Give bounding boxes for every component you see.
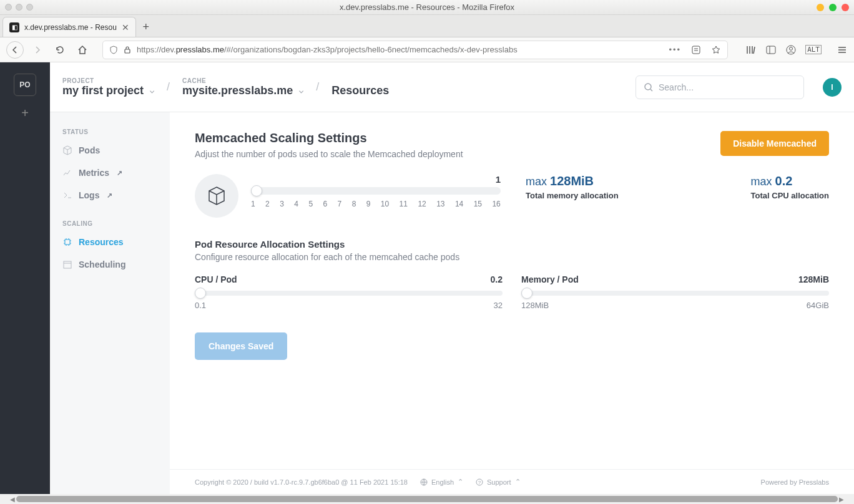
alloc-value: 0.2 <box>775 174 793 188</box>
tab-close-icon[interactable]: ✕ <box>122 22 129 32</box>
terminal-icon <box>62 190 72 200</box>
url-text: https://dev.presslabs.me/#/organizations… <box>137 45 518 54</box>
new-tab-button[interactable]: + <box>136 17 156 37</box>
sidebar-item-logs[interactable]: Logs ↗ <box>50 184 170 206</box>
horizontal-scrollbar[interactable]: ◀ ▶ <box>0 494 854 504</box>
slider-tick: 10 <box>381 200 389 208</box>
slider-thumb[interactable] <box>521 288 533 299</box>
globe-icon <box>420 478 428 486</box>
cpu-per-pod-slider[interactable] <box>195 291 503 296</box>
reader-icon[interactable] <box>691 45 701 55</box>
sidebar-item-metrics[interactable]: Metrics ↗ <box>50 162 170 184</box>
slider-tick: 8 <box>352 200 356 208</box>
breadcrumb-project-text: my first project <box>62 84 144 97</box>
bookmark-star-icon[interactable] <box>711 45 721 55</box>
sidebar-item-label: Scheduling <box>79 259 125 269</box>
slider-thumb[interactable] <box>251 185 262 196</box>
svg-rect-0 <box>125 49 130 53</box>
chevron-down-icon: ⌵ <box>150 86 154 95</box>
sidebar-item-resources[interactable]: Resources <box>50 231 170 253</box>
sidebar-toggle-icon[interactable] <box>765 44 777 56</box>
url-more-icon[interactable]: ••• <box>669 45 681 54</box>
breadcrumb-cache-label: CACHE <box>182 77 303 84</box>
sidebar-item-pods[interactable]: Pods <box>50 139 170 162</box>
total-memory-allocation: max 128MiB Total memory allocation <box>526 174 619 200</box>
subsection-subtitle: Configure resource allocation for each o… <box>195 252 829 262</box>
tab-favicon-icon: ◧ <box>9 22 19 32</box>
footer-language-label: English <box>431 478 454 486</box>
disable-memcached-button[interactable]: Disable Memcached <box>720 131 829 156</box>
pod-count-slider[interactable] <box>251 187 501 195</box>
pod-count-value: 1 <box>251 174 501 185</box>
chevron-up-icon: ⌃ <box>515 478 521 486</box>
url-input[interactable]: https://dev.presslabs.me/#/organizations… <box>102 41 728 59</box>
page-header: PROJECT my first project ⌵ / CACHE mysit… <box>50 62 854 112</box>
window-dot <box>16 4 22 11</box>
browser-tab[interactable]: ◧ x.dev.presslabs.me - Resou ✕ <box>2 17 136 37</box>
slider-tick: 6 <box>323 200 327 208</box>
calendar-icon <box>62 259 72 269</box>
memory-per-pod-slider-block: Memory / Pod 128MiB 128MiB 64GiB <box>521 274 829 310</box>
breadcrumb-page: Resources <box>331 84 389 97</box>
footer-support[interactable]: ? Support ⌃ <box>476 478 521 486</box>
scrollbar-track[interactable] <box>16 496 838 502</box>
help-icon: ? <box>476 478 483 486</box>
sidebar-section-status: STATUS <box>50 125 170 139</box>
svg-point-11 <box>645 84 651 90</box>
nav-reload-button[interactable] <box>51 41 69 59</box>
slider-max: 32 <box>494 301 503 310</box>
window-maximize-icon[interactable] <box>829 4 837 11</box>
search-icon <box>644 82 654 92</box>
page-footer: Copyright © 2020 / build v1.7.0-rc.9.7.g… <box>170 469 854 494</box>
breadcrumb-cache[interactable]: mysite.presslabs.me ⌵ <box>182 84 303 97</box>
svg-text:?: ? <box>478 480 481 485</box>
footer-powered-by[interactable]: Powered by Presslabs <box>761 478 829 486</box>
alloc-prefix: max <box>526 175 550 188</box>
breadcrumb-project[interactable]: my first project ⌵ <box>62 84 154 97</box>
sidebar-item-scheduling[interactable]: Scheduling <box>50 253 170 276</box>
add-org-button[interactable]: + <box>21 106 29 120</box>
footer-language[interactable]: English ⌃ <box>420 478 463 486</box>
section-sidebar: STATUS Pods Metrics ↗ <box>50 112 170 494</box>
window-dot <box>26 4 33 11</box>
slider-tick: 12 <box>418 200 426 208</box>
alloc-label: Total memory allocation <box>526 191 619 200</box>
slider-tick: 7 <box>338 200 342 208</box>
hamburger-menu-icon[interactable] <box>837 44 848 56</box>
slider-tick: 3 <box>280 200 284 208</box>
changes-saved-button: Changes Saved <box>195 332 287 360</box>
library-icon[interactable] <box>745 44 757 56</box>
scroll-right-icon[interactable]: ▶ <box>839 496 844 503</box>
search-input-wrapper[interactable] <box>636 75 804 99</box>
cube-icon <box>62 145 72 155</box>
svg-point-7 <box>790 47 793 50</box>
slider-tick: 14 <box>455 200 463 208</box>
breadcrumb-spacer <box>331 77 389 84</box>
slider-value: 0.2 <box>491 274 503 284</box>
slider-tick: 11 <box>400 200 408 208</box>
chart-icon <box>62 168 72 178</box>
breadcrumb-separator: / <box>167 80 170 94</box>
nav-home-button[interactable] <box>74 41 91 59</box>
org-badge[interactable]: PO <box>14 74 36 96</box>
slider-ticks: 12345678910111213141516 <box>251 200 501 208</box>
external-link-icon: ↗ <box>117 169 122 177</box>
browser-toolbar: https://dev.presslabs.me/#/organizations… <box>0 37 854 62</box>
nav-back-button[interactable] <box>6 41 24 59</box>
page-subtitle: Adjust the number of pods used to scale … <box>195 149 463 159</box>
search-input[interactable] <box>659 82 796 92</box>
cpu-per-pod-slider-block: CPU / Pod 0.2 0.1 32 <box>195 274 503 310</box>
alt-indicator-icon[interactable]: ALT <box>805 45 822 54</box>
slider-label: Memory / Pod <box>521 274 579 284</box>
scroll-left-icon[interactable]: ◀ <box>10 496 15 503</box>
sidebar-item-label: Metrics <box>79 168 109 178</box>
chevron-up-icon: ⌃ <box>458 478 463 486</box>
lock-icon <box>123 46 132 54</box>
user-avatar[interactable]: I <box>823 78 842 97</box>
slider-thumb[interactable] <box>195 288 206 299</box>
account-icon[interactable] <box>785 44 797 56</box>
window-close-icon[interactable] <box>842 4 849 11</box>
total-cpu-allocation: max 0.2 Total CPU allocation <box>751 174 829 200</box>
memory-per-pod-slider[interactable] <box>521 291 829 296</box>
window-minimize-icon[interactable] <box>817 4 824 11</box>
